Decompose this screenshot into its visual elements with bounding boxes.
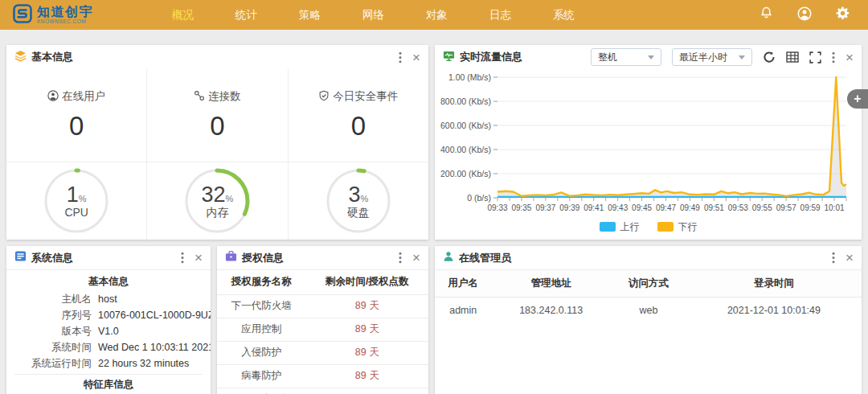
legend-item-下行[interactable]: 下行 (657, 220, 698, 234)
main-nav: 概况统计策略网络对象日志系统 (151, 0, 596, 30)
kebab-menu-icon[interactable] (832, 252, 835, 264)
nav-item-统计[interactable]: 统计 (215, 0, 278, 30)
gauges-row: 1%CPU32%内存3%硬盘 (6, 162, 428, 240)
user-icon (47, 90, 59, 104)
stat-label-text: 连接数 (208, 89, 241, 104)
online-admins-panel: 在线管理员 × 用户名管理地址访问方式登录时间admin183.242.0.11… (435, 246, 862, 394)
kebab-menu-icon[interactable] (399, 252, 402, 264)
svg-text:09:47: 09:47 (656, 203, 676, 212)
nav-item-概况[interactable]: 概况 (151, 0, 215, 30)
gauge-value: 3% (348, 183, 368, 206)
license-days: 89 天 (306, 364, 428, 388)
nav-item-网络[interactable]: 网络 (342, 0, 405, 30)
account-button[interactable] (796, 6, 813, 25)
stat-value: 0 (69, 111, 84, 142)
close-icon[interactable]: × (412, 251, 420, 265)
stat-label-text: 在线用户 (62, 89, 105, 104)
admins-table: 用户名管理地址访问方式登录时间admin183.242.0.113web2021… (435, 270, 862, 323)
panel-title: 授权信息 (242, 251, 284, 265)
svg-text:09:55: 09:55 (752, 203, 772, 212)
time-range-select[interactable]: 最近半小时 (672, 48, 752, 66)
gauge-label: 硬盘 (347, 207, 370, 219)
gauge-text: 3%硬盘 (325, 167, 392, 235)
legend-item-上行[interactable]: 上行 (600, 220, 640, 234)
close-icon[interactable]: × (845, 51, 854, 64)
row-value: V1.0 (98, 323, 203, 339)
table-row: 入侵防护89 天 (217, 341, 428, 364)
svg-text:1.00 (Mb/s): 1.00 (Mb/s) (448, 72, 491, 82)
row-label: 系统运行时间 (14, 355, 98, 371)
kebab-menu-icon[interactable] (832, 51, 835, 64)
person-icon (443, 251, 454, 265)
notifications-button[interactable] (759, 6, 774, 24)
shield-check-icon (318, 90, 330, 104)
nav-item-日志[interactable]: 日志 (469, 0, 532, 30)
kebab-menu-icon[interactable] (399, 51, 402, 64)
legend-swatch (600, 222, 616, 232)
svg-text:09:57: 09:57 (776, 203, 796, 212)
license-name: URL分类控制 (217, 388, 306, 394)
gauge-label: 内存 (206, 207, 228, 219)
add-widget-button[interactable]: + (847, 89, 868, 109)
admins-col-header: 访问方式 (611, 270, 686, 297)
system-info-panel: 系统信息 × 基本信息主机名host序列号10076-001CL-1000D-9… (6, 246, 211, 394)
device-filter-select[interactable]: 整机 (591, 48, 661, 66)
nav-item-系统[interactable]: 系统 (532, 0, 596, 30)
traffic-chart[interactable]: 1.00 (Mb/s)800.00 (Kb/s)600.00 (Kb/s)400… (435, 69, 855, 217)
chevron-down-icon (739, 55, 745, 60)
settings-button[interactable] (835, 6, 850, 24)
svg-text:09:43: 09:43 (608, 203, 628, 212)
logo[interactable]: 知道创宇 KNOWNSEC.COM (13, 4, 132, 27)
section-header: 特征库信息 (14, 374, 203, 394)
svg-text:200.00 (Kb/s): 200.00 (Kb/s) (440, 169, 491, 179)
system-row: 系统时间Wed Dec 1 10:03:11 2021 (14, 339, 203, 355)
panel-title: 基本信息 (31, 50, 73, 64)
nav-item-策略[interactable]: 策略 (278, 0, 342, 30)
license-name: 应用控制 (217, 318, 306, 341)
stat-value: 0 (210, 111, 224, 142)
close-icon[interactable]: × (194, 251, 203, 265)
user-circle-icon (796, 6, 813, 25)
gauge-硬盘: 3%硬盘 (325, 167, 392, 235)
row-value: Wed Dec 1 10:03:11 2021 (98, 339, 211, 355)
gauge-value: 32% (202, 183, 234, 206)
svg-text:0 (b/s): 0 (b/s) (467, 193, 491, 203)
chart-legend: 上行下行 (435, 217, 862, 236)
panel-title: 实时流量信息 (460, 50, 522, 64)
refresh-icon[interactable] (763, 51, 776, 64)
legend-swatch (657, 222, 674, 232)
admin-cell: 2021-12-01 10:01:49 (686, 297, 862, 323)
svg-text:09:51: 09:51 (704, 203, 724, 212)
admins-col-header: 用户名 (435, 270, 491, 297)
admins-col-header: 登录时间 (686, 270, 862, 297)
server-list-icon (14, 250, 27, 265)
table-row: URL分类控制89 天 (217, 388, 428, 394)
traffic-panel: 实时流量信息 整机 最近半小时 × 1.0 (435, 45, 862, 240)
kebab-menu-icon[interactable] (181, 252, 184, 264)
admin-cell: admin (435, 297, 491, 323)
gauge-label: CPU (64, 207, 88, 219)
table-row: 下一代防火墙89 天 (217, 294, 428, 318)
system-row: 版本号V1.0 (14, 323, 203, 339)
close-icon[interactable]: × (845, 251, 854, 265)
stat-在线用户: 在线用户0 (6, 69, 147, 162)
system-section: 特征库信息应用20211125入侵防护20211125病毒防护20211119 (14, 374, 203, 394)
system-row: 序列号10076-001CL-1000D-9UZ7K-5H4FU (14, 307, 203, 323)
table-view-icon[interactable] (786, 51, 799, 63)
stat-label: 今日安全事件 (318, 89, 398, 104)
svg-text:10:01: 10:01 (824, 203, 844, 212)
svg-text:09:39: 09:39 (559, 203, 579, 212)
svg-text:09:33: 09:33 (487, 203, 507, 212)
license-col-header: 授权服务名称 (217, 270, 306, 294)
gauge-cell-内存: 32%内存 (147, 162, 288, 240)
stat-label: 连接数 (194, 89, 241, 104)
fullscreen-icon[interactable] (809, 51, 821, 64)
system-row: 系统运行时间22 hours 32 minutes (14, 355, 203, 371)
basic-info-panel: 基本信息 × 在线用户0连接数0今日安全事件0 1%CPU32%内存3%硬盘 (6, 45, 428, 240)
svg-text:600.00 (Kb/s): 600.00 (Kb/s) (440, 121, 491, 130)
svg-text:800.00 (Kb/s): 800.00 (Kb/s) (440, 96, 491, 106)
nav-item-对象[interactable]: 对象 (405, 0, 469, 30)
close-icon[interactable]: × (412, 51, 420, 64)
row-value: 10076-001CL-1000D-9UZ7K-5H4FU (98, 307, 211, 323)
time-range-value: 最近半小时 (679, 51, 727, 64)
